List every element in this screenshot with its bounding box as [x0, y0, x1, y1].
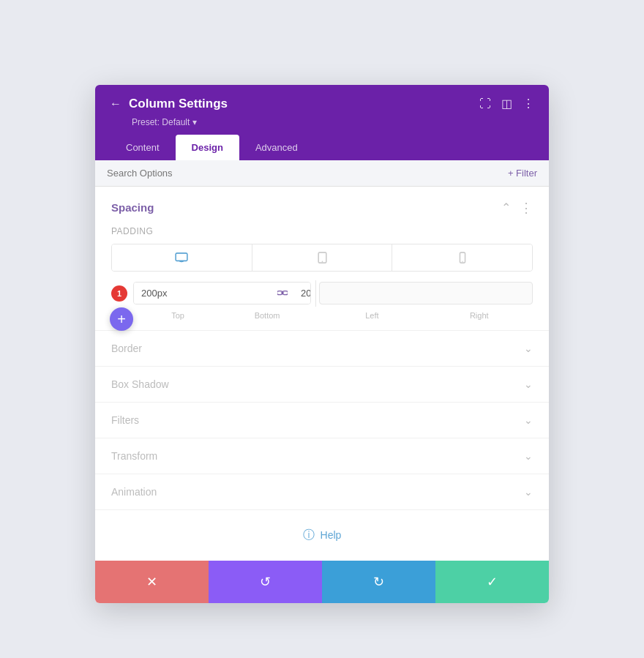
border-section[interactable]: Border ⌄ [95, 331, 549, 367]
transform-chevron-icon: ⌄ [524, 450, 533, 462]
padding-label: Padding [111, 226, 533, 236]
add-element-button[interactable]: + [110, 307, 133, 331]
box-shadow-section-title: Box Shadow [111, 378, 169, 390]
spacing-section-header: Spacing ⌃ ⋮ [111, 200, 533, 216]
collapse-icon[interactable]: ⌃ [501, 201, 511, 214]
border-chevron-icon: ⌄ [524, 343, 533, 354]
spacing-title: Spacing [111, 201, 154, 214]
help-link[interactable]: Help [321, 529, 342, 541]
filters-section[interactable]: Filters ⌄ [95, 403, 549, 438]
column-settings-modal: ← Column Settings ⛶ ◫ ⋮ Preset: Default … [95, 85, 549, 603]
right-input[interactable] [457, 283, 533, 304]
link-svg [277, 289, 288, 296]
modal-title: Column Settings [129, 97, 228, 111]
svg-point-6 [462, 261, 463, 261]
left-input[interactable] [320, 283, 457, 304]
modal-header: ← Column Settings ⛶ ◫ ⋮ Preset: Default … [95, 85, 549, 160]
undo-button[interactable]: ↺ [209, 561, 322, 603]
modal-footer: ✕ ↺ ↻ ✓ [95, 561, 549, 603]
animation-section[interactable]: Animation ⌄ [95, 474, 549, 510]
back-arrow-icon[interactable]: ← [110, 97, 121, 111]
filters-chevron-icon: ⌄ [524, 414, 533, 426]
link-icon[interactable] [272, 283, 293, 303]
top-label: Top [133, 311, 222, 320]
top-input[interactable] [134, 283, 272, 304]
desktop-tab[interactable] [112, 244, 252, 271]
filters-section-title: Filters [111, 414, 139, 426]
header-icons-group: ⛶ ◫ ⋮ [479, 97, 534, 111]
filter-button[interactable]: + Filter [508, 168, 537, 179]
fullscreen-icon[interactable]: ⛶ [479, 97, 491, 111]
box-shadow-section[interactable]: Box Shadow ⌄ [95, 367, 549, 403]
animation-chevron-icon: ⌄ [524, 486, 533, 498]
help-circle-icon: ⓘ [303, 528, 315, 543]
vertical-divider [315, 280, 316, 307]
bottom-input[interactable] [293, 283, 311, 304]
badge-number: 1 [111, 285, 127, 302]
transform-section[interactable]: Transform ⌄ [95, 438, 549, 474]
tab-content[interactable]: Content [110, 135, 176, 160]
more-options-icon[interactable]: ⋮ [523, 97, 534, 111]
help-row: ⓘ Help [95, 510, 549, 561]
padding-inputs-row: 1 </> [111, 280, 533, 307]
preset-label[interactable]: Preset: Default ▾ [132, 117, 534, 127]
search-input[interactable] [107, 168, 508, 179]
desktop-icon [175, 253, 188, 263]
mobile-icon [459, 252, 466, 263]
page-wrapper: + ← Column Settings ⛶ ◫ ⋮ Preset: Defaul… [15, 15, 629, 658]
transform-section-title: Transform [111, 450, 157, 462]
title-row: ← Column Settings [110, 97, 228, 111]
right-label: Right [426, 311, 533, 320]
border-section-title: Border [111, 343, 142, 354]
left-label: Left [318, 311, 425, 320]
animation-section-title: Animation [111, 486, 157, 498]
left-right-input-group: </> [319, 282, 533, 304]
tabs-row: Content Design Advanced [110, 135, 534, 160]
tablet-icon [318, 252, 327, 263]
cancel-button[interactable]: ✕ [95, 561, 209, 603]
spacing-section: Spacing ⌃ ⋮ Padding [95, 187, 549, 331]
responsive-tabs [111, 244, 533, 272]
top-bottom-input-group [133, 282, 311, 304]
padding-labels-row: Top Bottom Left Right [111, 311, 533, 320]
tab-advanced[interactable]: Advanced [239, 135, 314, 160]
mobile-tab[interactable] [392, 244, 532, 271]
section-menu-icon[interactable]: ⋮ [520, 200, 533, 216]
header-top-row: ← Column Settings ⛶ ◫ ⋮ [110, 97, 534, 111]
collapsibles-container: Border ⌄ Box Shadow ⌄ Filters ⌄ Transfor… [95, 331, 549, 510]
search-bar: + Filter [95, 160, 549, 187]
redo-button[interactable]: ↻ [322, 561, 435, 603]
tablet-tab[interactable] [252, 244, 393, 271]
svg-rect-0 [176, 253, 187, 261]
box-shadow-chevron-icon: ⌄ [524, 378, 533, 390]
svg-point-4 [321, 261, 323, 262]
bottom-label: Bottom [222, 311, 312, 320]
section-controls: ⌃ ⋮ [501, 200, 533, 216]
columns-icon[interactable]: ◫ [501, 97, 512, 111]
save-button[interactable]: ✓ [435, 561, 549, 603]
tab-design[interactable]: Design [176, 135, 239, 160]
